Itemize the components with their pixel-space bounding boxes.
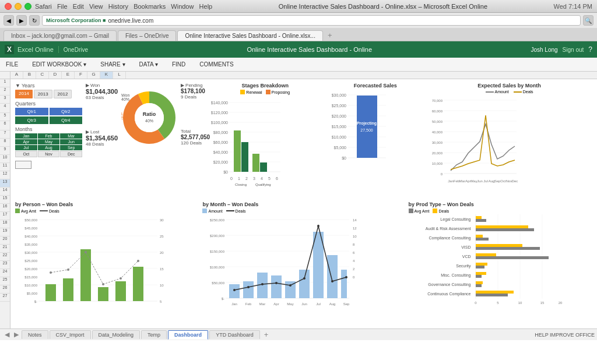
won-header: ▶ Won: [86, 83, 118, 88]
year-filter-row: 2014 2013 2012: [15, 90, 82, 98]
svg-text:6: 6: [353, 251, 355, 255]
svg-text:$-: $-: [222, 297, 224, 301]
month-jan[interactable]: Jan: [15, 133, 37, 139]
ribbon-edit[interactable]: EDIT WORKBOOK ▾: [30, 60, 89, 69]
svg-text:6: 6: [276, 176, 278, 181]
back-button[interactable]: ◀: [3, 15, 14, 26]
bottom-row: by Person – Won Deals Avg Amt Deals $50,…: [15, 202, 592, 309]
month-jun[interactable]: Jun: [60, 139, 82, 144]
svg-point-114: [137, 260, 139, 262]
col-header-row: A B C D E F G K L: [10, 72, 597, 79]
row-16: 16: [0, 204, 10, 212]
address-bar[interactable]: Microsoft Corporation ■ onedrive.live.co…: [42, 15, 581, 26]
tab-temp[interactable]: Temp: [141, 330, 167, 339]
by-person-chart: by Person – Won Deals Avg Amt Deals $50,…: [15, 202, 199, 309]
month-aug[interactable]: Aug: [38, 145, 60, 150]
tab-notes[interactable]: Notes: [22, 330, 48, 339]
svg-text:$10,000: $10,000: [24, 284, 37, 287]
by-month-legend-amount: Amount: [202, 208, 222, 213]
month-oct[interactable]: Oct: [15, 151, 37, 157]
by-prod-legend: Avg Amt Deals: [409, 208, 592, 213]
year-2013-btn[interactable]: 2013: [34, 90, 52, 98]
add-sheet-button[interactable]: +: [261, 329, 272, 340]
year-2014-btn[interactable]: 2014: [15, 90, 33, 98]
minimize-button[interactable]: [15, 3, 22, 10]
by-person-legend-avg: Avg Amt: [15, 208, 36, 213]
ribbon-file[interactable]: FILE: [3, 60, 20, 69]
svg-rect-108: [133, 267, 143, 301]
svg-text:20,000: 20,000: [432, 151, 443, 155]
window-title: Online Interactive Sales Dashboard - Onl…: [212, 3, 553, 10]
month-feb[interactable]: Feb: [38, 133, 60, 139]
title-bar-right: Wed 7:14 PM: [554, 3, 592, 10]
year-2012-btn[interactable]: 2012: [54, 90, 72, 98]
ribbon-data[interactable]: DATA ▾: [137, 60, 160, 69]
svg-rect-49: [357, 96, 377, 158]
month-may[interactable]: May: [38, 139, 60, 144]
qtr4-btn[interactable]: Qtr4: [50, 116, 83, 124]
svg-text:$100,000: $100,000: [210, 266, 225, 269]
col-a: A: [10, 72, 23, 79]
maximize-button[interactable]: [24, 3, 31, 10]
stages-legend: Renewal Proposing: [206, 90, 324, 94]
month-sep[interactable]: Sep: [60, 145, 82, 150]
close-button[interactable]: [5, 3, 12, 10]
qtr2-btn[interactable]: Qtr2: [50, 108, 83, 115]
tab-excel[interactable]: Online Interactive Sales Dashboard - Onl…: [177, 30, 322, 41]
month-mar[interactable]: Mar: [60, 133, 82, 139]
tab-gmail[interactable]: Inbox – jack.long@gmail.com – Gmail: [3, 30, 117, 41]
stages-chart: Stages Breakdown Renewal Proposing $140,…: [206, 83, 324, 199]
new-tab-button[interactable]: +: [324, 30, 336, 41]
tab-dashboard[interactable]: Dashboard: [168, 330, 208, 340]
row-3: 3: [0, 96, 10, 104]
by-prod-chart: by Prod Type – Won Deals Avg Amt Deals L…: [409, 202, 592, 309]
svg-rect-181: [476, 263, 487, 266]
svg-point-109: [50, 271, 52, 274]
search-button[interactable]: 🔍: [583, 15, 594, 26]
svg-text:$30,000: $30,000: [24, 251, 37, 255]
svg-text:10: 10: [518, 301, 522, 305]
traffic-lights: [5, 3, 31, 10]
svg-text:20: 20: [558, 301, 562, 305]
tab-data-modeling[interactable]: Data_Modeling: [92, 330, 141, 339]
month-apr[interactable]: Apr: [15, 139, 37, 144]
forward-button[interactable]: ▶: [16, 15, 27, 26]
tab-onedrive[interactable]: Files – OneDrive: [118, 30, 176, 41]
tab-csv-import[interactable]: CSV_Import: [50, 330, 91, 339]
qtr3-btn[interactable]: Qtr3: [15, 116, 48, 124]
row-22: 22: [0, 253, 10, 261]
svg-text:10: 10: [160, 284, 164, 287]
svg-point-152: [345, 276, 347, 278]
deals-line: [514, 91, 522, 93]
stages-legend-proposing: Proposing: [266, 90, 290, 94]
ribbon-comments[interactable]: COMMENTS: [197, 60, 236, 69]
svg-rect-143: [341, 270, 347, 298]
row-19: 19: [0, 228, 10, 236]
svg-text:Jan: Jan: [232, 302, 238, 306]
ribbon-share[interactable]: SHARE ▾: [98, 60, 127, 69]
spreadsheet-area: 1 2 3 4 5 6 7 8 9 10 11 12 13 14 15 16 1…: [0, 79, 597, 328]
sign-out-link[interactable]: Sign out: [563, 47, 584, 53]
help-icon[interactable]: ?: [588, 45, 592, 54]
refresh-button[interactable]: ↻: [29, 15, 40, 26]
ribbon-find[interactable]: FIND: [170, 60, 188, 69]
tab-ytd-dashboard[interactable]: YTD Dashboard: [209, 330, 260, 339]
svg-text:70,000: 70,000: [432, 99, 443, 103]
month-jul[interactable]: Jul: [15, 145, 37, 150]
svg-text:$50,000: $50,000: [24, 218, 37, 222]
svg-text:$140,000: $140,000: [211, 101, 228, 105]
by-month-svg: $250,000 $200,000 $150,000 $100,000 $50,…: [202, 214, 354, 308]
svg-text:40,000: 40,000: [432, 130, 443, 134]
prev-sheet-button[interactable]: ◀: [2, 330, 12, 340]
month-nov[interactable]: Nov: [38, 151, 60, 157]
svg-text:Dec: Dec: [512, 179, 518, 183]
svg-text:Ratio: Ratio: [143, 111, 156, 117]
svg-point-3: [135, 103, 164, 132]
pending-arrow-icon: ▶: [181, 83, 184, 88]
qtr1-btn[interactable]: Qtr1: [15, 108, 48, 115]
month-dec[interactable]: Dec: [60, 151, 82, 157]
col-e: E: [62, 72, 75, 79]
col-d: D: [49, 72, 62, 79]
next-sheet-button[interactable]: ▶: [12, 330, 21, 340]
by-prod-legend-avg: Avg Amt: [409, 208, 430, 213]
